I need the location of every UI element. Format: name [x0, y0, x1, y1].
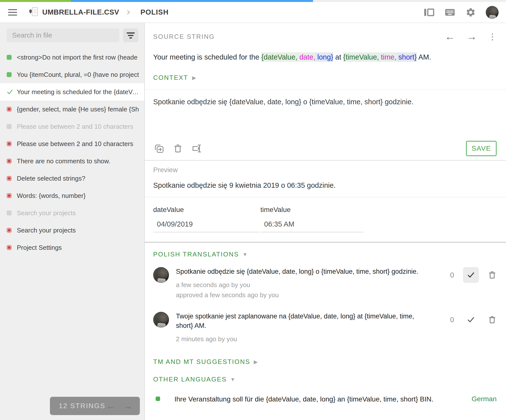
string-item-label: Please use between 2 and 10 characters	[17, 123, 138, 130]
context-label: CONTEXT	[153, 74, 188, 82]
string-list-item[interactable]: Your meeting is scheduled for the {dateV…	[0, 83, 144, 101]
breadcrumb: UMBRELLA-FILE.CSV POLISH	[29, 6, 169, 18]
progress-segment-translated	[0, 0, 71, 2]
other-language-text: Ihre Veranstaltung soll für die {dateVal…	[174, 395, 466, 404]
translated-green-status-icon	[7, 55, 13, 60]
settings-gear-icon[interactable]	[465, 7, 476, 18]
next-page-arrow-icon[interactable]: →	[123, 401, 132, 411]
string-item-label: Search your projects	[17, 209, 80, 217]
keyboard-shortcuts-icon[interactable]	[444, 7, 456, 17]
string-item-label: Delete selected strings?	[17, 175, 90, 182]
tm-suggestions-title: TM AND MT SUGGESTIONS	[153, 358, 250, 366]
rejected-red-status-icon	[7, 193, 13, 198]
string-item-label: Project Settings	[17, 244, 66, 252]
preview-params: dateValue04/09/2019timeValue06:35 AM	[153, 206, 497, 232]
string-list-item[interactable]: {gender, select, male {He uses} female {…	[0, 101, 144, 118]
clear-translation-button[interactable]	[172, 143, 184, 154]
other-language-entry[interactable]: Ihre Veranstaltung soll für die {dateVal…	[153, 395, 497, 404]
string-item-label: {gender, select, male {He uses} female {…	[17, 105, 143, 113]
param-value-input[interactable]: 04/09/2019	[153, 220, 260, 228]
string-item-label: Search your projects	[17, 227, 80, 234]
param-value-input[interactable]: 06:35 AM	[260, 220, 368, 228]
search-row	[0, 23, 144, 46]
string-list-item[interactable]: Project Settings	[0, 239, 144, 256]
string-item-label: <strong>Do not import the first row (hea…	[17, 54, 142, 61]
string-list-item[interactable]: Please use between 2 and 10 characters	[0, 135, 144, 152]
string-list-item[interactable]: Words: {words, number}	[0, 187, 144, 204]
delete-translation-button[interactable]	[488, 315, 497, 325]
translations-section-toggle[interactable]: POLISH TRANSLATIONS ▼	[153, 251, 497, 258]
string-list-item[interactable]: You {itemCount, plural, =0 {have no proj…	[0, 66, 144, 83]
previous-string-arrow-icon[interactable]: ←	[445, 31, 455, 42]
translation-entry: Spotkanie odbędzie się {dateValue, date,…	[153, 267, 497, 300]
string-list-item[interactable]: Please use between 2 and 10 characters	[0, 118, 144, 135]
approve-translation-button[interactable]	[463, 312, 479, 328]
source-segment-type: date,	[297, 52, 316, 62]
source-segment-var: {timeValue,	[343, 52, 379, 62]
translation-entry-body: Twoje spotkanie jest zaplanowane na {dat…	[176, 312, 448, 344]
translation-meta: 2 minutes ago by you	[176, 334, 448, 344]
approve-translation-button[interactable]	[463, 267, 479, 283]
delete-translation-button[interactable]	[488, 270, 497, 281]
rename-string-button[interactable]	[191, 143, 203, 154]
string-list-item[interactable]: Search your projects	[0, 204, 144, 222]
string-list-item[interactable]: Delete selected strings?	[0, 170, 144, 187]
untranslated-gray-status-icon	[7, 124, 13, 129]
context-toggle[interactable]: CONTEXT ▶	[153, 74, 497, 82]
rejected-red-status-icon	[7, 159, 13, 164]
string-item-label: Your meeting is scheduled for the {dateV…	[17, 88, 144, 96]
more-options-kebab-icon[interactable]: ⋮	[488, 32, 497, 41]
source-segment-fmt: long}	[315, 52, 333, 62]
divider	[145, 197, 506, 197]
hamburger-menu-icon[interactable]	[8, 9, 17, 16]
translation-meta-line: a few seconds ago by you	[176, 280, 448, 290]
untranslated-gray-status-icon	[7, 210, 13, 215]
string-list-sidebar: <strong>Do not import the first row (hea…	[0, 23, 145, 420]
user-avatar[interactable]	[486, 6, 499, 19]
preview-label: Preview	[153, 166, 497, 174]
translation-actions: 0	[450, 312, 497, 344]
translation-text[interactable]: Spotkanie odbędzie się {dateValue, date,…	[176, 267, 428, 276]
source-segment-var: {dateValue,	[261, 52, 297, 62]
param-dateValue: dateValue04/09/2019	[153, 206, 260, 232]
string-item-label: You {itemCount, plural, =0 {have no proj…	[17, 71, 143, 79]
progress-segment-approved	[71, 0, 313, 2]
translation-editor-textarea[interactable]: Spotkanie odbędzie się {dateValue, date,…	[153, 97, 497, 107]
file-progress-bar	[0, 0, 506, 2]
source-string-text: Your meeting is scheduled for the {dateV…	[153, 53, 497, 62]
side-by-side-layout-icon[interactable]	[423, 7, 434, 17]
save-button[interactable]: SAVE	[466, 141, 497, 156]
filter-button[interactable]	[123, 28, 138, 42]
other-language-name[interactable]: German	[472, 395, 497, 403]
search-input[interactable]	[7, 28, 119, 42]
translation-text[interactable]: Twoje spotkanie jest zaplanowane na {dat…	[176, 312, 428, 331]
copy-source-button[interactable]	[153, 143, 165, 154]
rejected-red-status-icon	[7, 107, 13, 112]
rejected-red-status-icon	[7, 141, 13, 146]
vote-count: 0	[450, 271, 454, 279]
param-name: timeValue	[260, 206, 368, 214]
rejected-red-status-icon	[7, 245, 13, 250]
string-count-pill: 12 STRINGS ← →	[50, 397, 140, 415]
string-list-item[interactable]: Search your projects	[0, 222, 144, 239]
tm-suggestions-toggle[interactable]: TM AND MT SUGGESTIONS ▶	[153, 358, 497, 366]
string-list: <strong>Do not import the first row (hea…	[0, 46, 144, 420]
rejected-red-status-icon	[7, 228, 13, 233]
string-list-item[interactable]: There are no comments to show.	[0, 152, 144, 170]
translation-meta-line: approved a few seconds ago by you	[176, 290, 448, 300]
app-bar-actions	[423, 6, 499, 19]
next-string-arrow-icon[interactable]: →	[466, 31, 477, 42]
string-list-item[interactable]: <strong>Do not import the first row (hea…	[0, 49, 144, 66]
breadcrumb-file-name[interactable]: UMBRELLA-FILE.CSV	[42, 8, 119, 16]
approved-check-icon	[7, 89, 13, 95]
other-languages-toggle[interactable]: OTHER LANGUAGES ▼	[153, 376, 497, 383]
csv-file-icon	[29, 6, 38, 18]
breadcrumb-language[interactable]: POLISH	[140, 8, 169, 16]
prev-page-arrow-icon[interactable]: ←	[106, 401, 116, 411]
translated-green-status-icon	[7, 72, 13, 77]
param-timeValue: timeValue06:35 AM	[260, 206, 368, 232]
source-segment-plain: Your meeting is scheduled for the	[153, 53, 261, 61]
editor-panel: SOURCE STRING ← → ⋮ Your meeting is sche…	[145, 23, 506, 420]
divider	[145, 89, 506, 89]
translation-meta: a few seconds ago by youapproved a few s…	[176, 280, 448, 300]
